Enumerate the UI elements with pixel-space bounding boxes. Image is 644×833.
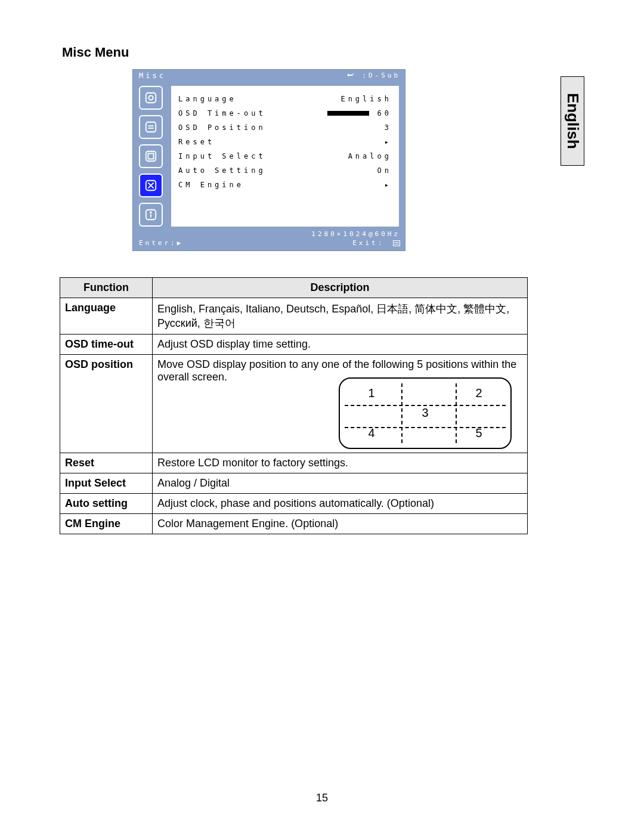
table-row: Auto setting Adjust clock, phase and pos… [60,494,528,514]
osd-row-value: ▸ [385,138,392,146]
pos-3: 3 [398,403,452,423]
table-row: Input Select Analog / Digital [60,473,528,494]
svg-point-1 [148,95,153,100]
table-header-row: Function Description [60,278,528,298]
svg-rect-0 [146,93,156,103]
timeout-bar-icon [327,111,369,116]
osd-row-reset[interactable]: Reset ▸ [178,135,392,149]
desc-cell: English, Français, Italiano, Deutsch, Es… [153,298,528,335]
osd-row-input-select[interactable]: Input Select Analog [178,149,392,163]
osd-row-position[interactable]: OSD Position 3 [178,120,392,135]
fn-cell: Language [60,298,153,335]
osd-row-timeout[interactable]: OSD Time-out 60 [178,106,392,120]
pos-1: 1 [345,383,398,403]
fn-cell: OSD position [60,355,153,453]
osd-row-label: Auto Setting [178,166,266,175]
osd-enter-hint: Enter:▶ [139,239,183,247]
function-description-table: Function Description Language English, F… [60,277,528,534]
language-tab: English [561,76,584,166]
osd-row-label: OSD Time-out [178,109,266,117]
osd-row-value: 3 [385,123,392,132]
page-number: 15 [0,792,644,804]
table-row: OSD time-out Adjust OSD display time set… [60,335,528,355]
fn-cell: CM Engine [60,514,153,534]
misc-menu-icon[interactable] [139,174,163,197]
osd-title: Misc [139,72,166,80]
desc-cell: Adjust OSD display time setting. [153,335,528,355]
desc-cell: Analog / Digital [153,473,528,494]
language-tab-label: English [564,93,582,149]
picture-menu-icon[interactable] [139,86,163,110]
fn-cell: OSD time-out [60,335,153,355]
osd-content-panel: Language English OSD Time-out 60 OSD Pos… [171,86,399,227]
osd-row-value: Analog [348,152,392,160]
osd-row-value: English [340,95,392,103]
osd-input-indicator: ⮨ :D-Sub [347,72,400,80]
header-function: Function [60,278,153,298]
menu-icon [393,240,400,246]
osd-position-diagram: 1 2 3 4 5 [339,377,512,449]
pos-2: 2 [452,383,506,403]
osd-screenshot: Misc ⮨ :D-Sub [132,69,405,251]
osd-resolution: 1280×1024@60Hz [311,230,400,238]
osd-exit-hint: Exit: [352,239,400,247]
svg-point-7 [150,212,151,213]
osd-row-value: On [377,166,392,175]
osd-row-value: 60 [377,109,392,117]
osd-row-label: Input Select [178,152,266,160]
desc-cell: Move OSD display position to any one of … [153,355,528,453]
info-menu-icon[interactable] [139,203,163,227]
pos-4: 4 [345,423,398,443]
osd-row-label: OSD Position [178,123,266,132]
desc-cell: Adjust clock, phase and positions automa… [153,494,528,514]
pos-5: 5 [452,423,506,443]
geometry-menu-icon[interactable] [139,115,163,139]
color-menu-icon[interactable] [139,144,163,168]
header-description: Description [153,278,528,298]
osd-row-label: CM Engine [178,181,244,189]
fn-cell: Auto setting [60,494,153,514]
osd-icon-strip [139,86,165,227]
svg-rect-4 [148,153,153,159]
desc-cell: Color Management Engine. (Optional) [153,514,528,534]
desc-cell: Restore LCD monitor to factory settings. [153,453,528,473]
svg-rect-3 [146,151,156,162]
section-title: Misc Menu [62,45,584,60]
osd-row-cm-engine[interactable]: CM Engine ▸ [178,178,392,192]
table-row: CM Engine Color Management Engine. (Opti… [60,514,528,534]
fn-cell: Input Select [60,473,153,494]
osd-row-auto-setting[interactable]: Auto Setting On [178,163,392,178]
osd-row-value: ▸ [385,181,392,189]
osd-row-label: Language [178,95,237,103]
table-row: OSD position Move OSD display position t… [60,355,528,453]
table-row: Language English, Français, Italiano, De… [60,298,528,335]
osd-row-label: Reset [178,138,215,146]
osd-row-language[interactable]: Language English [178,92,392,106]
svg-rect-2 [146,122,156,132]
fn-cell: Reset [60,453,153,473]
table-row: Reset Restore LCD monitor to factory set… [60,453,528,473]
